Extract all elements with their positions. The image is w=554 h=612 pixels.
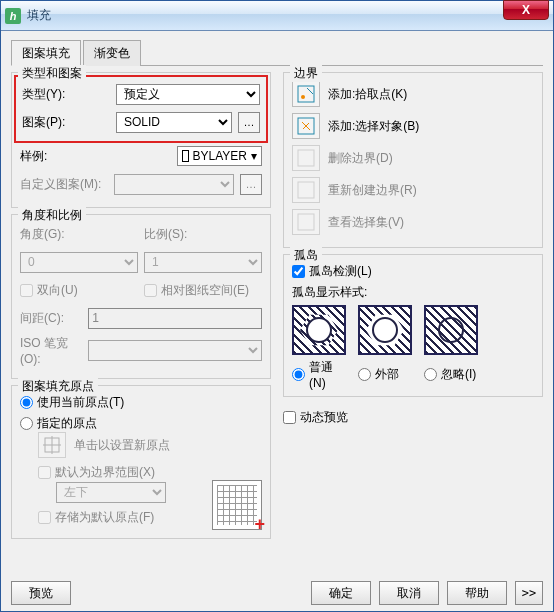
dynamic-preview-input[interactable] [283,411,296,424]
add-pick-label: 添加:拾取点(K) [328,86,407,103]
remove-boundary-button [292,145,320,171]
pick-point-icon [297,85,315,103]
group-angle-scale: 角度和比例 角度(G): 比例(S): 0 1 [11,214,271,379]
island-outer-radio[interactable]: 外部 [358,359,412,390]
specified-origin-radio[interactable]: 指定的原点 [20,415,262,432]
svg-rect-6 [298,150,314,166]
scale-select: 1 [144,252,262,273]
group-type-legend: 类型和图案 [18,65,86,82]
origin-position-select: 左下 [56,482,166,503]
spacing-label: 间距(C): [20,310,82,327]
view-icon [297,213,315,231]
swatch-label: 样例: [20,148,108,165]
recreate-boundary-label: 重新创建边界(R) [328,182,417,199]
custom-pattern-label: 自定义图案(M): [20,176,108,193]
store-default-input [38,511,51,524]
iso-label: ISO 笔宽(O): [20,335,82,366]
group-island: 孤岛 孤岛检测(L) 孤岛显示样式: [283,254,543,397]
view-selection-button [292,209,320,235]
pattern-browse-button[interactable]: … [238,112,260,133]
add-select-button[interactable] [292,113,320,139]
group-boundary: 边界 添加:拾取点(K) 添加:选择对象(B) [283,72,543,248]
expand-button[interactable]: >> [515,581,543,605]
select-object-icon [297,117,315,135]
island-thumb-outer[interactable] [358,305,412,355]
swatch-text: BYLAYER [193,149,247,163]
group-boundary-legend: 边界 [290,65,322,82]
cancel-button[interactable]: 取消 [379,581,439,605]
highlight-box: 类型(Y): 预定义 图案(P): SOLID … [14,75,268,143]
spacing-input [88,308,262,329]
island-thumb-ignore[interactable] [424,305,478,355]
dialog-body: 图案填充 渐变色 类型和图案 类型(Y): 预定义 [1,31,553,611]
default-boundary-input [38,466,51,479]
default-boundary-checkbox: 默认为边界范围(X) [38,464,262,481]
island-thumbs [292,305,534,355]
island-thumb-normal[interactable] [292,305,346,355]
dialog-window: h 填充 X 图案填充 渐变色 类型和图案 类型(Y): 预定义 [0,0,554,612]
svg-rect-7 [298,182,314,198]
svg-rect-8 [298,214,314,230]
add-pick-button[interactable] [292,81,320,107]
close-button[interactable]: X [503,0,549,20]
island-detect-checkbox[interactable]: 孤岛检测(L) [292,263,534,280]
group-origin-legend: 图案填充原点 [18,378,98,395]
chevron-down-icon: ▾ [251,149,257,163]
group-origin: 图案填充原点 使用当前原点(T) 指定的原点 [11,385,271,539]
svg-rect-3 [298,86,314,102]
group-type-pattern: 类型和图案 类型(Y): 预定义 图案(P): SOLID [11,72,271,208]
type-label: 类型(Y): [22,86,110,103]
pattern-select[interactable]: SOLID [116,112,232,133]
svg-point-4 [301,95,305,99]
scale-label: 比例(S): [144,226,232,243]
preview-button[interactable]: 预览 [11,581,71,605]
pattern-label: 图案(P): [22,114,110,131]
footer: 预览 确定 取消 帮助 >> [11,575,543,605]
type-select[interactable]: 预定义 [116,84,260,105]
window-title: 填充 [27,7,503,24]
group-angle-legend: 角度和比例 [18,207,86,224]
app-icon: h [5,8,21,24]
custom-browse-button: … [240,174,262,195]
ok-button[interactable]: 确定 [311,581,371,605]
bidir-input [20,284,33,297]
tab-hatch[interactable]: 图案填充 [11,40,81,66]
dynamic-preview-checkbox[interactable]: 动态预览 [283,409,543,426]
angle-select: 0 [20,252,138,273]
paperspace-input [144,284,157,297]
set-origin-button [38,432,66,458]
bidir-checkbox: 双向(U) [20,282,138,299]
tabs: 图案填充 渐变色 [11,39,543,66]
tab-gradient[interactable]: 渐变色 [83,40,141,66]
swatch-preview[interactable]: BYLAYER ▾ [177,146,262,166]
swatch-color-box [182,150,189,162]
specified-origin-input[interactable] [20,417,33,430]
use-current-origin-radio[interactable]: 使用当前原点(T) [20,394,262,411]
recreate-boundary-button [292,177,320,203]
remove-boundary-label: 删除边界(D) [328,150,393,167]
origin-preview-image [212,480,262,530]
iso-select [88,340,262,361]
set-origin-label: 单击以设置新原点 [74,437,170,454]
island-style-label: 孤岛显示样式: [292,284,534,301]
group-island-legend: 孤岛 [290,247,322,264]
recreate-icon [297,181,315,199]
use-current-origin-input[interactable] [20,396,33,409]
crosshair-icon [43,436,61,454]
remove-icon [297,149,315,167]
help-button[interactable]: 帮助 [447,581,507,605]
paperspace-checkbox: 相对图纸空间(E) [144,282,262,299]
island-ignore-radio[interactable]: 忽略(I) [424,359,478,390]
custom-pattern-select [114,174,234,195]
island-detect-input[interactable] [292,265,305,278]
add-select-label: 添加:选择对象(B) [328,118,419,135]
view-selection-label: 查看选择集(V) [328,214,404,231]
angle-label: 角度(G): [20,226,108,243]
titlebar[interactable]: h 填充 X [1,1,553,31]
island-normal-radio[interactable]: 普通(N) [292,359,346,390]
